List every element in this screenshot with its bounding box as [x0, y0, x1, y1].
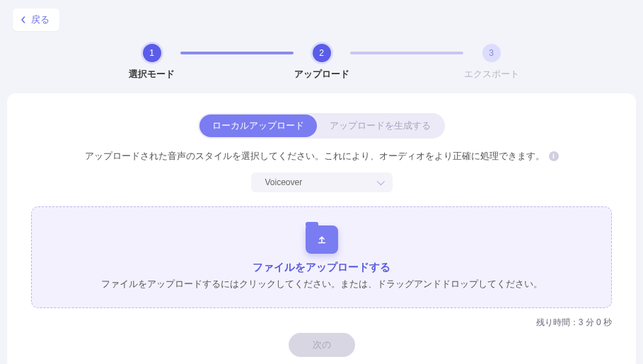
upload-folder-icon	[306, 225, 338, 254]
upload-card: ローカルアップロード アップロードを生成する アップロードされた音声のスタイルを…	[7, 93, 636, 364]
stepper: 1 選択モード 2 アップロード 3 エクスポート	[124, 44, 520, 81]
step-1-circle: 1	[143, 44, 161, 62]
step-2-label: アップロード	[294, 68, 349, 81]
step-1-label: 選択モード	[129, 68, 175, 81]
tab-local-upload[interactable]: ローカルアップロード	[199, 115, 317, 137]
step-3-label: エクスポート	[464, 68, 519, 81]
step-3-circle: 3	[482, 44, 501, 62]
upload-arrow-icon	[315, 233, 328, 246]
file-dropzone[interactable]: ファイルをアップロードする ファイルをアップロードするにはクリックしてください。…	[31, 206, 612, 308]
chevron-left-icon	[20, 16, 27, 23]
audio-style-select[interactable]: Voiceover	[251, 172, 393, 192]
dropzone-subtitle: ファイルをアップロードするにはクリックしてください。または、ドラッグアンドドロッ…	[46, 278, 597, 290]
step-2: 2 アップロード	[294, 44, 350, 81]
tab-generate-upload[interactable]: アップロードを生成する	[317, 115, 444, 137]
step-1: 1 選択モード	[124, 44, 180, 81]
audio-style-value: Voiceover	[265, 177, 303, 187]
dropzone-title: ファイルをアップロードする	[46, 261, 597, 274]
upload-mode-tabs: ローカルアップロード アップロードを生成する	[198, 113, 445, 139]
step-bar-1-2	[180, 52, 294, 54]
next-button[interactable]: 次の	[289, 333, 355, 357]
chevron-down-icon	[376, 177, 384, 185]
step-2-circle: 2	[313, 44, 331, 62]
info-icon[interactable]	[549, 151, 559, 161]
helper-text-row: アップロードされた音声のスタイルを選択してください。これにより、オーディオをより…	[31, 150, 612, 163]
back-label: 戻る	[31, 13, 50, 26]
step-bar-2-3	[350, 52, 463, 54]
back-button[interactable]: 戻る	[13, 8, 59, 31]
remaining-time: 残り時間：3 分 0 秒	[31, 317, 612, 329]
helper-text: アップロードされた音声のスタイルを選択してください。これにより、オーディオをより…	[85, 150, 545, 163]
step-3: 3 エクスポート	[463, 44, 520, 81]
